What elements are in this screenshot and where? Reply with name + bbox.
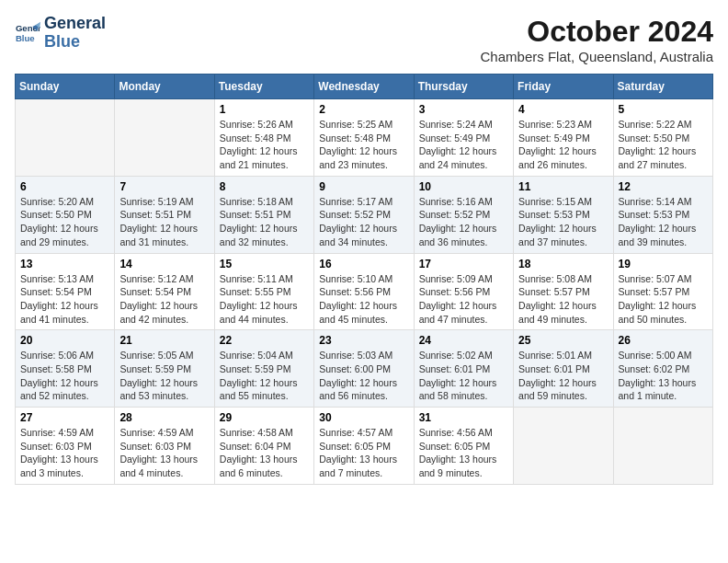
calendar-day-cell: 6Sunrise: 5:20 AM Sunset: 5:50 PM Daylig…: [16, 176, 115, 253]
day-number: 9: [319, 180, 408, 193]
calendar-day-cell: 15Sunrise: 5:11 AM Sunset: 5:55 PM Dayli…: [214, 253, 313, 330]
day-info: Sunrise: 5:20 AM Sunset: 5:50 PM Dayligh…: [20, 195, 109, 249]
day-info: Sunrise: 5:07 AM Sunset: 5:57 PM Dayligh…: [619, 272, 708, 327]
logo-line2: Blue: [44, 33, 106, 52]
calendar-day-cell: 27Sunrise: 4:59 AM Sunset: 6:03 PM Dayli…: [16, 408, 115, 485]
day-info: Sunrise: 5:12 AM Sunset: 5:54 PM Dayligh…: [119, 272, 209, 327]
calendar-week-row: 20Sunrise: 5:06 AM Sunset: 5:58 PM Dayli…: [16, 330, 713, 408]
logo-text: General Blue: [44, 15, 106, 52]
calendar-day-cell: 23Sunrise: 5:03 AM Sunset: 6:00 PM Dayli…: [314, 330, 414, 408]
day-info: Sunrise: 5:14 AM Sunset: 5:53 PM Dayligh…: [619, 195, 708, 249]
calendar-day-cell: 18Sunrise: 5:08 AM Sunset: 5:57 PM Dayli…: [514, 253, 613, 330]
day-number: 29: [220, 411, 309, 424]
calendar-week-row: 6Sunrise: 5:20 AM Sunset: 5:50 PM Daylig…: [16, 176, 713, 253]
day-number: 31: [419, 411, 508, 424]
day-number: 26: [619, 334, 708, 347]
calendar-day-cell: [115, 99, 214, 177]
calendar-table: SundayMondayTuesdayWednesdayThursdayFrid…: [15, 74, 713, 485]
calendar-day-cell: 30Sunrise: 4:57 AM Sunset: 6:05 PM Dayli…: [314, 408, 414, 485]
calendar-day-cell: 9Sunrise: 5:17 AM Sunset: 5:52 PM Daylig…: [314, 176, 414, 253]
day-number: 4: [518, 103, 608, 116]
calendar-day-cell: 21Sunrise: 5:05 AM Sunset: 5:59 PM Dayli…: [115, 330, 214, 408]
calendar-day-cell: 19Sunrise: 5:07 AM Sunset: 5:57 PM Dayli…: [613, 253, 712, 330]
logo-line1: General: [44, 15, 106, 33]
day-number: 22: [220, 334, 309, 347]
page-title: October 2024: [481, 15, 713, 49]
day-info: Sunrise: 4:58 AM Sunset: 6:04 PM Dayligh…: [220, 426, 309, 480]
day-number: 6: [20, 180, 109, 193]
day-info: Sunrise: 5:11 AM Sunset: 5:55 PM Dayligh…: [220, 272, 309, 327]
day-number: 30: [319, 411, 408, 424]
day-number: 19: [619, 258, 708, 270]
calendar-day-cell: 20Sunrise: 5:06 AM Sunset: 5:58 PM Dayli…: [16, 330, 115, 408]
calendar-day-cell: 10Sunrise: 5:16 AM Sunset: 5:52 PM Dayli…: [414, 176, 513, 253]
day-info: Sunrise: 5:23 AM Sunset: 5:49 PM Dayligh…: [518, 118, 608, 172]
calendar-day-cell: 4Sunrise: 5:23 AM Sunset: 5:49 PM Daylig…: [514, 99, 613, 177]
calendar-day-cell: 22Sunrise: 5:04 AM Sunset: 5:59 PM Dayli…: [214, 330, 313, 408]
day-number: 23: [319, 334, 408, 347]
page-subtitle: Chambers Flat, Queensland, Australia: [481, 49, 713, 64]
day-number: 27: [20, 411, 109, 424]
day-number: 5: [619, 103, 708, 116]
day-number: 10: [419, 180, 508, 193]
calendar-day-cell: 1Sunrise: 5:26 AM Sunset: 5:48 PM Daylig…: [214, 99, 313, 177]
day-info: Sunrise: 5:06 AM Sunset: 5:58 PM Dayligh…: [20, 349, 109, 403]
day-number: 16: [319, 258, 408, 270]
calendar-day-cell: 24Sunrise: 5:02 AM Sunset: 6:01 PM Dayli…: [414, 330, 513, 408]
calendar-day-cell: 14Sunrise: 5:12 AM Sunset: 5:54 PM Dayli…: [115, 253, 214, 330]
day-info: Sunrise: 5:22 AM Sunset: 5:50 PM Dayligh…: [619, 118, 708, 172]
calendar-week-row: 1Sunrise: 5:26 AM Sunset: 5:48 PM Daylig…: [16, 99, 713, 177]
calendar-day-cell: 3Sunrise: 5:24 AM Sunset: 5:49 PM Daylig…: [414, 99, 513, 177]
calendar-day-cell: 8Sunrise: 5:18 AM Sunset: 5:51 PM Daylig…: [214, 176, 313, 253]
day-number: 17: [419, 258, 508, 270]
day-number: 18: [518, 258, 608, 270]
calendar-day-cell: 17Sunrise: 5:09 AM Sunset: 5:56 PM Dayli…: [414, 253, 513, 330]
day-number: 8: [220, 180, 309, 193]
day-number: 7: [119, 180, 209, 193]
day-number: 28: [119, 411, 209, 424]
page-header: General Blue General Blue October 2024 C…: [15, 15, 713, 64]
calendar-header-friday: Friday: [514, 75, 613, 99]
day-number: 25: [518, 334, 608, 347]
calendar-day-cell: 25Sunrise: 5:01 AM Sunset: 6:01 PM Dayli…: [514, 330, 613, 408]
day-number: 11: [518, 180, 608, 193]
calendar-day-cell: 31Sunrise: 4:56 AM Sunset: 6:05 PM Dayli…: [414, 408, 513, 485]
day-info: Sunrise: 5:00 AM Sunset: 6:02 PM Dayligh…: [619, 349, 708, 403]
logo-icon: General Blue: [15, 20, 40, 46]
day-info: Sunrise: 5:05 AM Sunset: 5:59 PM Dayligh…: [119, 349, 209, 403]
calendar-day-cell: 16Sunrise: 5:10 AM Sunset: 5:56 PM Dayli…: [314, 253, 414, 330]
day-info: Sunrise: 5:03 AM Sunset: 6:00 PM Dayligh…: [319, 349, 408, 403]
calendar-header-wednesday: Wednesday: [314, 75, 414, 99]
day-number: 14: [119, 258, 209, 270]
calendar-header-tuesday: Tuesday: [214, 75, 313, 99]
day-info: Sunrise: 5:18 AM Sunset: 5:51 PM Dayligh…: [220, 195, 309, 249]
day-info: Sunrise: 5:04 AM Sunset: 5:59 PM Dayligh…: [220, 349, 309, 403]
calendar-week-row: 27Sunrise: 4:59 AM Sunset: 6:03 PM Dayli…: [16, 408, 713, 485]
day-number: 12: [619, 180, 708, 193]
calendar-day-cell: 5Sunrise: 5:22 AM Sunset: 5:50 PM Daylig…: [613, 99, 712, 177]
calendar-day-cell: 11Sunrise: 5:15 AM Sunset: 5:53 PM Dayli…: [514, 176, 613, 253]
day-info: Sunrise: 4:59 AM Sunset: 6:03 PM Dayligh…: [20, 426, 109, 480]
calendar-day-cell: [613, 408, 712, 485]
title-block: October 2024 Chambers Flat, Queensland, …: [481, 15, 713, 64]
calendar-day-cell: 13Sunrise: 5:13 AM Sunset: 5:54 PM Dayli…: [16, 253, 115, 330]
day-number: 21: [119, 334, 209, 347]
day-info: Sunrise: 4:57 AM Sunset: 6:05 PM Dayligh…: [319, 426, 408, 480]
day-number: 3: [419, 103, 508, 116]
day-number: 13: [20, 258, 109, 270]
day-info: Sunrise: 5:01 AM Sunset: 6:01 PM Dayligh…: [518, 349, 608, 403]
calendar-day-cell: [514, 408, 613, 485]
svg-text:Blue: Blue: [16, 33, 35, 43]
calendar-day-cell: 28Sunrise: 4:59 AM Sunset: 6:03 PM Dayli…: [115, 408, 214, 485]
day-number: 1: [220, 103, 309, 116]
day-info: Sunrise: 5:13 AM Sunset: 5:54 PM Dayligh…: [20, 272, 109, 327]
calendar-day-cell: 12Sunrise: 5:14 AM Sunset: 5:53 PM Dayli…: [613, 176, 712, 253]
day-info: Sunrise: 5:16 AM Sunset: 5:52 PM Dayligh…: [419, 195, 508, 249]
day-info: Sunrise: 4:59 AM Sunset: 6:03 PM Dayligh…: [119, 426, 209, 480]
day-info: Sunrise: 5:10 AM Sunset: 5:56 PM Dayligh…: [319, 272, 408, 327]
day-info: Sunrise: 5:15 AM Sunset: 5:53 PM Dayligh…: [518, 195, 608, 249]
day-info: Sunrise: 5:19 AM Sunset: 5:51 PM Dayligh…: [119, 195, 209, 249]
calendar-day-cell: 26Sunrise: 5:00 AM Sunset: 6:02 PM Dayli…: [613, 330, 712, 408]
day-info: Sunrise: 4:56 AM Sunset: 6:05 PM Dayligh…: [419, 426, 508, 480]
calendar-day-cell: 7Sunrise: 5:19 AM Sunset: 5:51 PM Daylig…: [115, 176, 214, 253]
